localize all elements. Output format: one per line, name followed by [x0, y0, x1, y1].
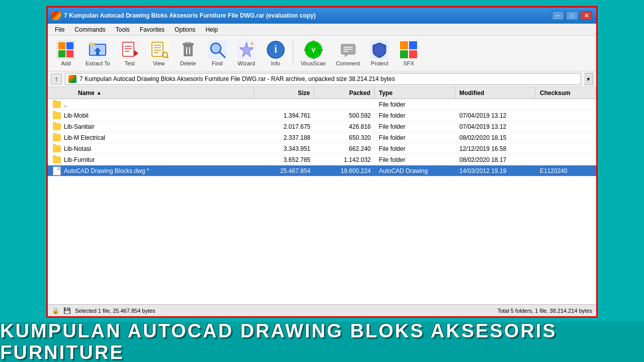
file-checksum-cell	[536, 115, 596, 117]
wizard-button[interactable]: Wizard	[232, 38, 261, 69]
nav-up-button[interactable]: ↑	[51, 73, 62, 84]
view-icon	[149, 40, 169, 59]
col-header-type[interactable]: Type	[375, 87, 455, 99]
address-file-icon	[68, 75, 76, 83]
file-checksum-cell	[536, 159, 596, 161]
file-size-cell: 1.394.761	[254, 111, 314, 120]
file-modified-cell: 07/04/2019 13.12	[455, 122, 536, 131]
protect-button[interactable]: Protect	[365, 38, 393, 69]
file-type-cell: File folder	[375, 122, 455, 131]
protect-label: Protect	[371, 60, 388, 66]
file-modified-cell: 12/12/2019 16.58	[455, 144, 536, 153]
dwg-file-icon	[53, 166, 61, 175]
col-header-size[interactable]: Size	[254, 87, 314, 99]
menu-file[interactable]: File	[50, 25, 69, 34]
svg-rect-11	[123, 42, 134, 56]
app-icon	[52, 11, 61, 20]
file-packed-cell	[314, 104, 375, 106]
file-type-cell: File folder	[375, 111, 455, 120]
outer-background: 7 Kumpulan Autocad Drawing Bloks Aksesor…	[0, 0, 644, 362]
file-modified-cell: 08/02/2020 18.15	[455, 133, 536, 142]
svg-rect-2	[66, 42, 73, 49]
comment-button[interactable]: Comment	[332, 38, 365, 69]
col-header-checksum[interactable]: Checksum	[536, 87, 596, 99]
file-row[interactable]: Lib-Furnitur 3.652.785 1.142.032 File fo…	[48, 154, 596, 165]
svg-rect-55	[409, 41, 417, 49]
file-name-cell: Lib-M Electrical	[48, 133, 254, 142]
maximize-button[interactable]: □	[566, 11, 578, 20]
svg-rect-4	[66, 50, 73, 57]
status-lock-icon: 🔒	[52, 307, 59, 314]
svg-text:V: V	[311, 47, 315, 54]
banner-text: KUMPULAN AUTOCAD DRAWING BLOKS AKSESORIS…	[0, 320, 644, 362]
info-button[interactable]: i Info	[262, 38, 290, 69]
find-label: Find	[212, 60, 222, 66]
view-button[interactable]: View	[145, 38, 173, 69]
extract-to-button[interactable]: Extract To	[81, 38, 115, 69]
file-packed-cell: 1.142.032	[314, 155, 375, 164]
file-size-cell: 2.017.675	[254, 122, 314, 131]
file-type-cell: File folder	[375, 155, 455, 164]
file-name-cell: Lib-Notasi	[48, 144, 254, 153]
folder-icon	[53, 156, 61, 163]
view-label: View	[153, 60, 165, 66]
title-bar: 7 Kumpulan Autocad Drawing Bloks Aksesor…	[48, 8, 596, 24]
menu-commands[interactable]: Commands	[69, 25, 110, 34]
file-modified-cell	[455, 104, 536, 106]
file-list-container: Name ▲ Size Packed Type Modified Checksu…	[48, 87, 596, 304]
col-header-modified[interactable]: Modified	[455, 87, 536, 99]
svg-rect-54	[400, 41, 408, 49]
file-row[interactable]: Lib-Notasi 3.343.951 662.240 File folder…	[48, 143, 596, 154]
file-name-cell: Lib-Furnitur	[48, 155, 254, 164]
menu-tools[interactable]: Tools	[111, 25, 135, 34]
close-button[interactable]: ✕	[580, 11, 592, 20]
status-disk-icon: 💾	[63, 307, 71, 314]
folder-icon	[53, 134, 61, 141]
col-header-name[interactable]: Name ▲	[48, 87, 254, 99]
menu-options[interactable]: Options	[170, 25, 200, 34]
file-size-cell	[254, 104, 314, 106]
file-packed-cell: 500.592	[314, 111, 375, 120]
file-size-cell: 3.343.951	[254, 144, 314, 153]
delete-label: Delete	[180, 60, 196, 66]
address-bar: ↑ 7 Kumpulan Autocad Drawing Bloks Akses…	[48, 71, 596, 87]
file-packed-cell: 426.816	[314, 122, 375, 131]
selected-file-row[interactable]: AutoCAD Drawing Blocks.dwg * 25.467.854 …	[48, 165, 596, 176]
file-name-cell: AutoCAD Drawing Blocks.dwg *	[48, 165, 254, 176]
wizard-icon	[237, 40, 256, 59]
add-button[interactable]: Add	[52, 38, 80, 69]
minimize-button[interactable]: ─	[552, 11, 564, 20]
test-button[interactable]: Test	[116, 38, 144, 69]
add-icon	[56, 40, 75, 59]
status-selected-text: Selected 1 file, 25.467.854 bytes	[75, 308, 494, 314]
delete-icon	[179, 40, 198, 59]
file-row[interactable]: Lib-M Electrical 2.337.188 650.320 File …	[48, 132, 596, 143]
virusscan-button[interactable]: V VirusScan	[296, 38, 331, 69]
address-dropdown[interactable]: ▼	[584, 73, 593, 85]
sfx-button[interactable]: SFX	[394, 38, 423, 69]
file-checksum-cell	[536, 148, 596, 150]
file-row[interactable]: Lib-Sanitair 2.017.675 426.816 File fold…	[48, 121, 596, 132]
svg-rect-9	[90, 43, 95, 46]
file-name-cell: ..	[48, 100, 254, 109]
menu-bar: File Commands Tools Favorites Options He…	[48, 24, 596, 36]
menu-favorites[interactable]: Favorites	[135, 25, 170, 34]
find-button[interactable]: Find	[203, 38, 231, 69]
svg-rect-27	[184, 45, 193, 56]
menu-help[interactable]: Help	[200, 25, 223, 34]
file-type-cell: File folder	[375, 100, 455, 109]
test-label: Test	[125, 60, 135, 66]
file-row[interactable]: Lib-Mobil 1.394.761 500.592 File folder …	[48, 110, 596, 121]
test-icon	[120, 40, 139, 59]
window-title: 7 Kumpulan Autocad Drawing Bloks Aksesor…	[64, 12, 552, 19]
file-checksum-cell: E1120240	[536, 166, 596, 175]
file-type-cell: File folder	[375, 144, 455, 153]
delete-button[interactable]: Delete	[174, 38, 202, 69]
folder-icon	[53, 101, 61, 108]
comment-label: Comment	[336, 60, 360, 66]
file-row[interactable]: .. File folder	[48, 99, 596, 110]
svg-rect-57	[409, 50, 417, 58]
svg-rect-17	[152, 42, 163, 56]
col-header-packed[interactable]: Packed	[314, 87, 375, 99]
comment-icon	[339, 40, 358, 59]
